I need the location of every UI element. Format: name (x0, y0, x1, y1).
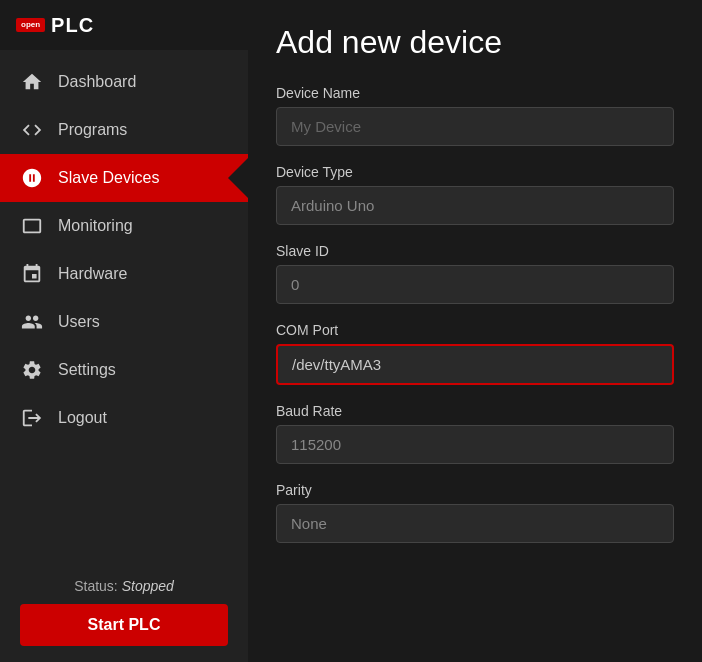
sidebar-item-monitoring[interactable]: Monitoring (0, 202, 248, 250)
device-name-label: Device Name (276, 85, 674, 101)
slave-id-input[interactable] (276, 265, 674, 304)
logout-icon (20, 406, 44, 430)
nav-menu: Dashboard Programs Slave Devices Monitor… (0, 50, 248, 562)
baud-rate-label: Baud Rate (276, 403, 674, 419)
start-plc-button[interactable]: Start PLC (20, 604, 228, 646)
sidebar-item-label-monitoring: Monitoring (58, 217, 133, 235)
sidebar-item-label-slave-devices: Slave Devices (58, 169, 159, 187)
active-arrow (228, 158, 248, 198)
main-content: Add new device Device Name Device Type S… (248, 0, 702, 662)
sidebar-item-users[interactable]: Users (0, 298, 248, 346)
status-value: Stopped (122, 578, 174, 594)
logo-icon: open (16, 18, 45, 33)
monitoring-icon (20, 214, 44, 238)
baud-rate-group: Baud Rate (276, 403, 674, 464)
page-title: Add new device (276, 24, 674, 61)
settings-icon (20, 358, 44, 382)
device-type-group: Device Type (276, 164, 674, 225)
users-icon (20, 310, 44, 334)
parity-input[interactable] (276, 504, 674, 543)
sidebar-item-dashboard[interactable]: Dashboard (0, 58, 248, 106)
logo-area: open PLC (0, 0, 248, 50)
sidebar-item-label-users: Users (58, 313, 100, 331)
sidebar-item-label-logout: Logout (58, 409, 107, 427)
sidebar-item-label-hardware: Hardware (58, 265, 127, 283)
device-name-group: Device Name (276, 85, 674, 146)
programs-icon (20, 118, 44, 142)
sidebar-item-settings[interactable]: Settings (0, 346, 248, 394)
hardware-icon (20, 262, 44, 286)
sidebar-item-programs[interactable]: Programs (0, 106, 248, 154)
slave-id-label: Slave ID (276, 243, 674, 259)
sidebar-item-label-programs: Programs (58, 121, 127, 139)
sidebar-item-slave-devices[interactable]: Slave Devices (0, 154, 248, 202)
slave-devices-icon (20, 166, 44, 190)
baud-rate-input[interactable] (276, 425, 674, 464)
logo-text: PLC (51, 14, 94, 37)
sidebar-item-label-settings: Settings (58, 361, 116, 379)
parity-label: Parity (276, 482, 674, 498)
parity-group: Parity (276, 482, 674, 543)
plc-status: Status: Stopped (20, 578, 228, 594)
slave-id-group: Slave ID (276, 243, 674, 304)
com-port-label: COM Port (276, 322, 674, 338)
sidebar-item-hardware[interactable]: Hardware (0, 250, 248, 298)
sidebar-item-logout[interactable]: Logout (0, 394, 248, 442)
device-type-label: Device Type (276, 164, 674, 180)
com-port-input[interactable] (276, 344, 674, 385)
sidebar-footer: Status: Stopped Start PLC (0, 562, 248, 662)
sidebar: open PLC Dashboard Programs Slave Device… (0, 0, 248, 662)
device-name-input[interactable] (276, 107, 674, 146)
home-icon (20, 70, 44, 94)
sidebar-item-label-dashboard: Dashboard (58, 73, 136, 91)
device-type-input[interactable] (276, 186, 674, 225)
com-port-group: COM Port (276, 322, 674, 385)
